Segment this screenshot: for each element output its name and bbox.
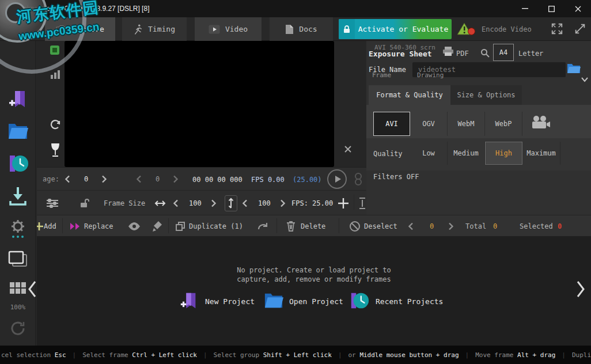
activate-button[interactable]: Activate or Evaluate bbox=[339, 19, 452, 39]
tab-size-options[interactable]: Size & Options bbox=[450, 85, 522, 105]
open-project-icon[interactable] bbox=[263, 290, 285, 310]
quality-high-button[interactable]: High bbox=[485, 142, 522, 165]
recent-projects-icon[interactable] bbox=[348, 290, 370, 311]
eye-icon[interactable] bbox=[128, 222, 141, 230]
replace-button[interactable]: Replace bbox=[84, 222, 113, 230]
selected-label: Selected bbox=[520, 222, 553, 230]
frame-height-value: 100 bbox=[258, 199, 271, 207]
redo-icon[interactable] bbox=[257, 221, 270, 232]
pdf-button[interactable]: PDF bbox=[456, 50, 469, 58]
minimize-icon bbox=[522, 8, 528, 9]
app-window: AnimaShooter Capture 3.8.9.27 [DSLR] [8]… bbox=[0, 0, 591, 364]
duplicate-icon[interactable] bbox=[175, 221, 185, 232]
deselect-button[interactable]: Deselect bbox=[364, 222, 397, 230]
sliders-icon[interactable] bbox=[46, 198, 59, 208]
replace-arrows-icon[interactable] bbox=[69, 221, 81, 232]
tab-format-quality[interactable]: Format & Quality bbox=[369, 85, 450, 105]
scroll-chevron-down-icon[interactable] bbox=[581, 77, 589, 83]
letter-button[interactable]: Letter bbox=[518, 50, 543, 58]
frame-next-chevron[interactable] bbox=[101, 175, 107, 183]
viewport-icon[interactable] bbox=[0, 249, 36, 269]
deselect-icon[interactable] bbox=[349, 221, 361, 232]
selection-next-chevron[interactable] bbox=[448, 222, 454, 230]
quality-medium-button[interactable]: Medium bbox=[448, 142, 485, 165]
new-project-icon[interactable] bbox=[179, 290, 199, 311]
height-decrease-chevron[interactable] bbox=[242, 199, 248, 207]
total-label: Total bbox=[465, 222, 486, 230]
hint-select-group: Select group Shift + Left click bbox=[214, 351, 332, 359]
recent-projects-icon[interactable] bbox=[0, 153, 36, 175]
fps-current: FPS 0.00 bbox=[251, 176, 285, 184]
format-ogv-button[interactable]: OGV bbox=[410, 112, 448, 136]
tab-timing[interactable]: Timing bbox=[122, 17, 187, 41]
separator: | bbox=[562, 351, 566, 359]
format-webp-button[interactable]: WebP bbox=[485, 112, 522, 136]
tab-video[interactable]: Video bbox=[195, 17, 262, 41]
histogram-icon[interactable] bbox=[50, 70, 60, 79]
title-bar: AnimaShooter Capture 3.8.9.27 [DSLR] [8] bbox=[0, 0, 591, 17]
image-label: age: bbox=[43, 175, 59, 183]
tab-size-options-label: Size & Options bbox=[457, 91, 515, 99]
total-frame-value: 0 bbox=[156, 175, 160, 183]
zoom-level: 100% bbox=[0, 304, 36, 311]
maximize-button[interactable] bbox=[538, 0, 565, 17]
width-decrease-chevron[interactable] bbox=[173, 199, 179, 207]
a4-button[interactable]: A4 bbox=[493, 44, 514, 61]
play-button[interactable] bbox=[327, 169, 347, 189]
scroll-right-chevron[interactable] bbox=[576, 280, 585, 298]
new-project-button[interactable]: New Project bbox=[205, 297, 255, 306]
selection-spinner-value: 0 bbox=[430, 222, 434, 230]
movie-camera-icon[interactable] bbox=[531, 115, 551, 130]
filters-status: Filters OFF bbox=[373, 173, 419, 181]
timecode: 00 00 00 000 bbox=[192, 176, 243, 184]
brush-icon[interactable] bbox=[152, 221, 162, 232]
camera-icon bbox=[56, 25, 67, 34]
settings-gear-icon[interactable] bbox=[0, 218, 36, 240]
new-project-icon[interactable] bbox=[0, 88, 36, 110]
tab-capture[interactable]: Capture bbox=[45, 17, 115, 41]
open-project-button[interactable]: Open Project bbox=[289, 297, 343, 306]
format-webm-button[interactable]: WebM bbox=[448, 112, 485, 136]
minimize-button[interactable] bbox=[512, 0, 538, 17]
selection-prev-chevron[interactable] bbox=[408, 222, 414, 230]
tab-docs[interactable]: Docs bbox=[270, 17, 333, 41]
trash-icon[interactable] bbox=[286, 221, 296, 232]
divider bbox=[62, 218, 63, 233]
scroll-left-chevron[interactable] bbox=[28, 280, 37, 298]
refresh-icon[interactable] bbox=[0, 320, 36, 337]
quality-low-button[interactable]: Low bbox=[410, 142, 448, 165]
width-increase-chevron[interactable] bbox=[211, 199, 217, 207]
live-view-icon[interactable] bbox=[50, 45, 60, 55]
recent-projects-button[interactable]: Recent Projects bbox=[376, 297, 443, 306]
frame-prev-chevron[interactable] bbox=[65, 175, 70, 183]
magnifier-icon[interactable] bbox=[480, 48, 490, 58]
onion-skin-icon[interactable] bbox=[353, 172, 364, 186]
crosshair-plus-icon[interactable] bbox=[338, 198, 349, 209]
frame-size-bar: Frame Size 100 100 FPS: 25.00 bbox=[37, 190, 366, 215]
format-avi-button[interactable]: AVI bbox=[373, 112, 410, 136]
open-project-icon[interactable] bbox=[0, 120, 36, 141]
range-next-chevron[interactable] bbox=[173, 175, 179, 183]
close-panel-icon[interactable] bbox=[344, 145, 352, 153]
import-icon[interactable] bbox=[0, 185, 36, 207]
trophy-icon[interactable] bbox=[50, 143, 61, 158]
quality-low-label: Low bbox=[422, 149, 435, 157]
unlock-icon[interactable] bbox=[79, 198, 90, 208]
selected-value: 0 bbox=[558, 222, 562, 230]
range-prev-chevron[interactable] bbox=[136, 175, 142, 183]
add-button[interactable]: Add bbox=[44, 222, 56, 230]
printer-icon[interactable] bbox=[442, 46, 454, 56]
quality-maximum-button[interactable]: Maximum bbox=[522, 142, 560, 165]
delete-button[interactable]: Delete bbox=[301, 222, 325, 230]
status-bar: cel selection Esc | Select frame Ctrl + … bbox=[0, 346, 591, 364]
height-arrows-icon[interactable] bbox=[225, 195, 237, 211]
white-balance-refresh-icon[interactable] bbox=[49, 118, 62, 131]
frame-column-label: Frame bbox=[372, 71, 391, 79]
clamp-icon[interactable] bbox=[358, 197, 366, 210]
close-button[interactable] bbox=[565, 0, 591, 17]
resize-diagonal-icon[interactable] bbox=[574, 22, 586, 35]
height-increase-chevron[interactable] bbox=[280, 199, 286, 207]
duplicate-button[interactable]: Duplicate (1) bbox=[189, 222, 243, 230]
expand-icon[interactable] bbox=[551, 22, 563, 35]
folder-icon[interactable] bbox=[567, 62, 581, 74]
